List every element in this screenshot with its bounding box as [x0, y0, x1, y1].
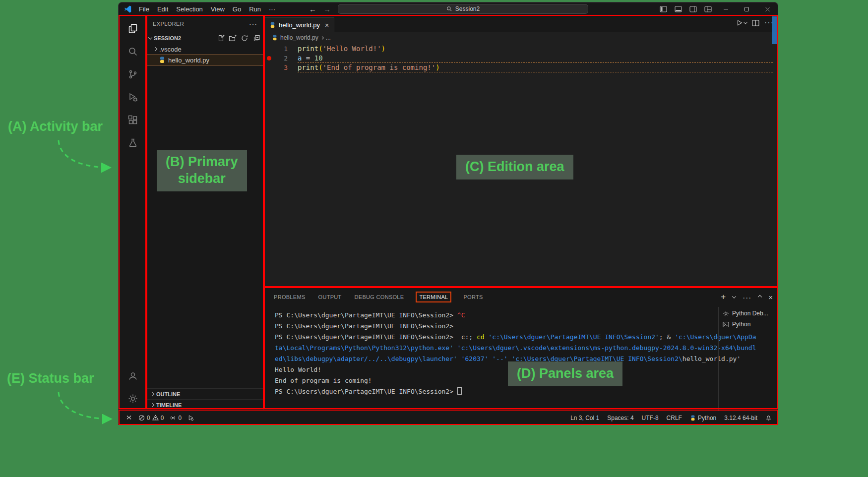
code-line: 1print('Hello World!')	[264, 44, 778, 54]
code-token: 10	[314, 54, 323, 62]
terminal-line: PS C:\Users\dguer\PartageIMT\UE INFO\Ses…	[275, 332, 774, 343]
vscode-logo-icon	[124, 5, 132, 13]
code-token: 'End of program is coming!'	[323, 63, 436, 71]
nav-back-icon[interactable]: ←	[309, 5, 316, 13]
menu-selection[interactable]: Selection	[172, 4, 206, 14]
explorer-section-session2[interactable]: SESSION2	[147, 32, 263, 44]
command-center-search[interactable]: Session2	[338, 4, 588, 14]
vscode-window: File Edit Selection View Go Run ··· ← → …	[118, 2, 778, 425]
terminal-line: ed\libs\debugpy\adapter/../..\debugpy\la…	[275, 354, 774, 364]
code-editor[interactable]: 1print('Hello World!')2a = 103print('End…	[264, 43, 778, 288]
refresh-icon[interactable]	[241, 34, 248, 42]
editor-scrollbar[interactable]	[772, 16, 777, 44]
window-maximize-button[interactable]	[736, 2, 757, 15]
split-editor-icon[interactable]	[752, 20, 759, 26]
code-token: (	[318, 45, 322, 53]
encoding[interactable]: UTF-8	[642, 415, 659, 421]
tab-close-icon[interactable]: ×	[325, 21, 329, 29]
terminal-text: PS C:\Users\dguer\PartageIMT\UE INFO\Ses…	[275, 311, 457, 319]
menu-more[interactable]: ···	[265, 4, 279, 14]
breadcrumb[interactable]: hello_world.py ...	[264, 32, 778, 43]
code-token: (	[318, 63, 322, 71]
terminal-line: ta\Local\Programs\Python\Python312\pytho…	[275, 343, 774, 354]
chevron-up-icon[interactable]	[758, 295, 762, 299]
remote-indicator[interactable]	[125, 415, 132, 421]
new-terminal-button[interactable]: +	[721, 292, 726, 302]
tree-item-hello-world[interactable]: hello_world.py	[147, 55, 263, 65]
run-debug-icon	[127, 91, 139, 103]
breadcrumb-file[interactable]: hello_world.py	[280, 34, 318, 41]
cursor-position[interactable]: Ln 3, Col 1	[570, 415, 599, 421]
panel-more-icon[interactable]: ···	[743, 293, 751, 301]
terminal-line: PS C:\Users\dguer\PartageIMT\UE INFO\Ses…	[275, 310, 774, 321]
folder-label: .vscode	[159, 46, 182, 53]
panel-tab-ports[interactable]: PORTS	[462, 292, 484, 302]
python-file-icon	[159, 57, 166, 63]
chevron-down-icon[interactable]	[732, 294, 736, 298]
activity-testing[interactable]	[119, 131, 147, 154]
language-label: Python	[698, 415, 716, 421]
explorer-more-icon[interactable]: ···	[249, 20, 257, 28]
breadcrumb-more[interactable]: ...	[326, 34, 331, 41]
editor-tab-hello-world[interactable]: hello_world.py ×	[264, 17, 334, 32]
eol-sequence[interactable]: CRLF	[667, 415, 682, 421]
terminal-text: Hello World!	[275, 366, 321, 373]
outline-section[interactable]: OUTLINE	[147, 388, 263, 399]
window-close-button[interactable]	[757, 2, 778, 15]
run-python-file-button[interactable]	[736, 19, 747, 26]
chevron-right-icon	[150, 392, 154, 396]
python-interpreter[interactable]: 3.12.4 64-bit	[724, 415, 757, 421]
menu-edit[interactable]: Edit	[153, 4, 172, 14]
debug-indicator[interactable]	[187, 415, 194, 421]
panel-tab-problems[interactable]: PROBLEMS	[273, 292, 307, 302]
terminal-cursor	[457, 387, 462, 395]
terminal-session-python[interactable]: Python	[719, 319, 776, 330]
activity-run-debug[interactable]	[119, 86, 147, 109]
activity-settings[interactable]	[119, 387, 147, 410]
activity-extensions[interactable]	[119, 109, 147, 131]
panel-tab-terminal[interactable]: TERMINAL	[416, 292, 451, 302]
debug-icon	[187, 415, 194, 421]
terminal-session-debug[interactable]: Python Deb...	[719, 308, 776, 319]
toggle-secondary-sidebar-icon[interactable]	[685, 2, 700, 15]
panel-tab-output[interactable]: OUTPUT	[317, 292, 343, 302]
toggle-panel-icon[interactable]	[671, 2, 685, 15]
status-bar: 0 0 0 Ln 3, Col 1 Spaces: 4 UTF-8 CRLF P…	[119, 410, 778, 425]
customize-layout-icon[interactable]	[700, 2, 715, 15]
window-minimize-button[interactable]	[715, 2, 736, 15]
breakpoint-dot[interactable]	[264, 54, 274, 63]
code-token: )	[435, 63, 439, 71]
error-icon	[138, 415, 145, 421]
annotation-label-activity-bar: (A) Activity bar	[8, 119, 103, 134]
code-text[interactable]: print('Hello World!')	[298, 44, 778, 54]
new-file-icon[interactable]	[217, 34, 225, 42]
collapse-all-icon[interactable]	[252, 34, 260, 42]
ports-indicator[interactable]: 0	[170, 415, 182, 421]
remote-icon	[125, 415, 132, 421]
menu-view[interactable]: View	[207, 4, 229, 14]
code-text[interactable]: print('End of program is coming!')	[298, 63, 778, 72]
terminal-text: ;	[659, 333, 667, 341]
new-folder-icon[interactable]	[229, 34, 237, 42]
titlebar: File Edit Selection View Go Run ··· ← → …	[119, 2, 778, 15]
tree-item-vscode-folder[interactable]: .vscode	[147, 44, 263, 55]
timeline-section[interactable]: TIMELINE	[147, 399, 263, 410]
nav-forward-icon[interactable]: →	[323, 5, 331, 13]
indentation[interactable]: Spaces: 4	[607, 415, 633, 421]
activity-explorer[interactable]	[119, 17, 147, 40]
activity-account[interactable]	[119, 364, 147, 387]
menu-go[interactable]: Go	[229, 4, 245, 14]
menu-file[interactable]: File	[135, 4, 153, 14]
language-mode[interactable]: Python	[690, 415, 716, 421]
terminal-output[interactable]: PS C:\Users\dguer\PartageIMT\UE INFO\Ses…	[264, 306, 778, 410]
notifications-bell[interactable]	[765, 415, 772, 421]
problems-indicator[interactable]: 0 0	[138, 415, 164, 421]
activity-search[interactable]	[119, 40, 147, 63]
panel-close-icon[interactable]: ×	[768, 293, 773, 301]
toggle-primary-sidebar-icon[interactable]	[656, 2, 671, 15]
activity-source-control[interactable]	[119, 63, 147, 86]
menu-run[interactable]: Run	[245, 4, 265, 14]
code-text[interactable]: a = 10	[298, 54, 778, 63]
panel-tab-debug-console[interactable]: DEBUG CONSOLE	[354, 292, 405, 302]
terminal-text: ed\libs\debugpy\adapter/../..\debugpy\la…	[275, 355, 682, 362]
